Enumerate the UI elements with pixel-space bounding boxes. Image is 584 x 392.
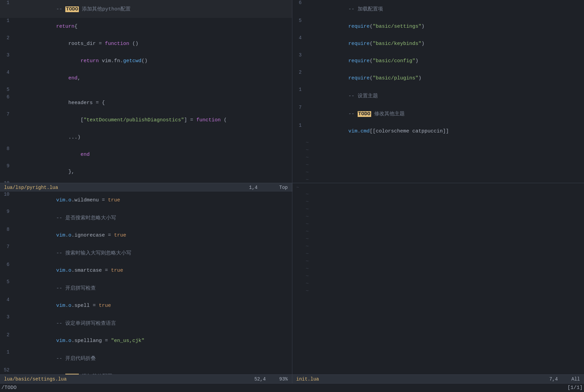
table-row: 52 -- TODO 添加其他配置: [0, 367, 292, 374]
comment-text2: -- 设置主题: [349, 93, 378, 99]
table-row: 6 -- 加载配置项: [292, 0, 584, 18]
table-row: 6 vim.o.smartcase = true: [0, 262, 292, 279]
table-row: 9 -- 是否搜索时忽略大小写: [0, 209, 292, 227]
table-row: 1 return{: [0, 18, 292, 35]
right-code-area[interactable]: 6 -- 加载配置项 5 require("basic/settings"): [292, 0, 584, 183]
table-row: 10: [0, 180, 292, 183]
todo-badge2: TODO: [358, 111, 371, 117]
bottom-left-code[interactable]: 10 vim.o.wildmenu = true 9 -- 是否搜索时忽略大小写…: [0, 192, 292, 374]
table-row: 3 -- 设定单词拼写检查语言: [0, 314, 292, 332]
func-name: getcwd: [123, 58, 141, 64]
keyword-end2: end: [81, 152, 90, 157]
tilde-line: ~: [292, 281, 584, 288]
left-pane: 1 -- TODO 添加其他python配置 1 return{: [0, 0, 292, 183]
todo-badge: TODO: [65, 6, 79, 12]
command-line[interactable]: /TODO [1/1]: [0, 383, 584, 392]
tilde-line: ~: [292, 170, 584, 177]
bottom-right-pane: ~ ~ ~ ~ ~ ~ ~ ~ ~ ~ ~ ~ ~ ~: [292, 192, 584, 374]
bottom-right-code: ~ ~ ~ ~ ~ ~ ~ ~ ~ ~ ~ ~ ~ ~: [292, 192, 584, 374]
table-row: 5: [0, 87, 292, 94]
table-row: 8 vim.o.ignorecase = true: [0, 227, 292, 244]
vim-var4: vim.o: [56, 303, 71, 309]
table-row: ...): [0, 129, 292, 146]
vim-var5: vim.o: [56, 338, 71, 344]
string-path4: "basic/plugins": [373, 75, 419, 81]
vim-cmd: vim.cmd: [349, 128, 370, 134]
tilde-line: ~: [292, 206, 584, 214]
left-filename: lua/lsp/pyright.lua: [4, 185, 58, 190]
left-scroll: Top: [279, 185, 288, 190]
tilde-line: ~: [292, 259, 584, 266]
bottom-right-scroll: All: [571, 376, 580, 382]
bottom-right-filename: init.lua: [296, 376, 319, 382]
comment-text: -- 是否搜索时忽略大小写: [56, 215, 116, 221]
bottom-left-position: 52,4: [254, 376, 279, 382]
table-row: 10 vim.o.wildmenu = true: [0, 192, 292, 209]
mid-status-bar: lua/lsp/pyright.lua 1,4 Top ~: [0, 183, 584, 192]
bottom-right-position: 7,4: [549, 376, 571, 382]
string-path: "basic/settings": [373, 24, 422, 29]
comment-text: -- 搜索时输入大写则忽略大小写: [56, 250, 131, 256]
comment-text: -- 设定单词拼写检查语言: [56, 321, 116, 326]
bool-true4: true: [99, 303, 111, 309]
tilde-line: ~: [292, 251, 584, 259]
bottom-right-status: init.lua 7,4 All: [292, 375, 584, 383]
vim-var3: vim.o: [56, 268, 71, 273]
comment-text: -- 加载配置项: [349, 6, 383, 12]
cmd-text: /TODO: [1, 385, 17, 391]
table-row: 7 ["textDocument/publishDiagnostics"] = …: [0, 112, 292, 129]
table-row: 2 vim.o.spelllang = "en_us,cjk": [0, 332, 292, 349]
tilde-line: ~: [292, 288, 584, 296]
keyword-function2: function: [196, 117, 221, 123]
keyword-function: function: [105, 41, 129, 47]
comment-text: -- 开启代码折叠: [56, 356, 96, 362]
editor: 1 -- TODO 添加其他python配置 1 return{: [0, 0, 584, 392]
tilde-line: ~: [292, 192, 584, 199]
bool-true2: true: [114, 232, 126, 238]
bool-true3: true: [111, 268, 123, 273]
bottom-left-filename: lua/basic/settings.lua: [4, 376, 67, 382]
tilde-line: ~: [292, 199, 584, 206]
bottom-left-status: lua/basic/settings.lua 52,4 93%: [0, 375, 292, 383]
bottom-panes: 10 vim.o.wildmenu = true 9 -- 是否搜索时忽略大小写…: [0, 192, 584, 374]
table-row: 2 require("basic/plugins"): [292, 70, 584, 87]
table-row: 1 vim.cmd[[colorscheme catppuccin]]: [292, 123, 584, 140]
table-row: 8 end: [0, 146, 292, 163]
tilde-line: ~: [292, 155, 584, 162]
left-position: 1,4: [249, 185, 271, 190]
string-lang: "en_us,cjk": [111, 338, 144, 344]
tilde-line: ~: [292, 229, 584, 236]
tilde-line: ~: [292, 214, 584, 221]
left-code-area[interactable]: 1 -- TODO 添加其他python配置 1 return{: [0, 0, 292, 183]
bottom-left-lines: 10 vim.o.wildmenu = true 9 -- 是否搜索时忽略大小写…: [0, 192, 292, 374]
table-row: 5 require("basic/settings"): [292, 18, 584, 35]
table-row: 4 end,: [0, 70, 292, 87]
table-row: 7 -- TODO 修改其他主题: [292, 105, 584, 123]
table-row: 1 -- 开启代码折叠: [0, 349, 292, 367]
tilde-line: ~: [292, 147, 584, 155]
table-row: 2 roots_dir = function (): [0, 35, 292, 52]
bottom-right-lines: ~ ~ ~ ~ ~ ~ ~ ~ ~ ~ ~ ~ ~ ~: [292, 192, 584, 296]
comment-text: 添加其他python配置: [79, 6, 131, 12]
search-result: [1/1]: [567, 385, 583, 391]
vim-var: vim.o: [56, 197, 71, 203]
right-status-bar-top: ~: [292, 183, 584, 192]
left-code-lines: 1 -- TODO 添加其他python配置 1 return{: [0, 0, 292, 183]
keyword-return: return: [81, 58, 99, 64]
table-row: 4 vim.o.spell = true: [0, 297, 292, 314]
string-path2: "basic/keybinds": [373, 41, 422, 47]
func-require2: require: [349, 41, 370, 47]
table-row: 1 -- TODO 添加其他python配置: [0, 0, 292, 18]
table-row: 1 -- 设置主题: [292, 87, 584, 105]
comment-text: --: [56, 6, 65, 12]
table-row: 3 return vim.fn.getcwd(): [0, 52, 292, 70]
left-status-bar: lua/lsp/pyright.lua 1,4 Top: [0, 183, 292, 192]
tilde-line: ~: [292, 236, 584, 244]
bottom-left-scroll: 93%: [279, 376, 288, 382]
string-path3: "basic/config": [373, 58, 415, 64]
right-pane: 6 -- 加载配置项 5 require("basic/settings"): [292, 0, 584, 183]
string-val: "textDocument/publishDiagnostics": [84, 117, 184, 123]
table-row: 4 require("basic/keybinds"): [292, 35, 584, 52]
bottom-left-pane: 10 vim.o.wildmenu = true 9 -- 是否搜索时忽略大小写…: [0, 192, 292, 374]
func-require3: require: [349, 58, 370, 64]
